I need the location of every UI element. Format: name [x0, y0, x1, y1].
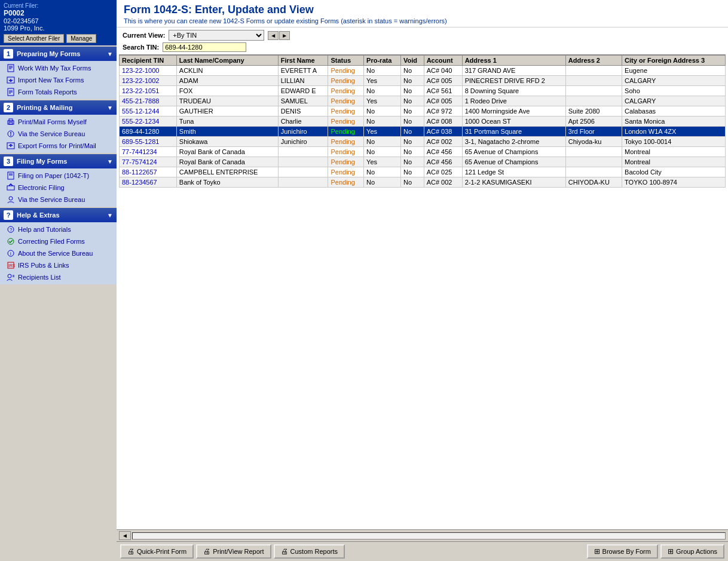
filer-line2: 1099 Pro, Inc.	[4, 24, 113, 32]
sidebar-item-form-totals[interactable]: Form Totals Reports	[0, 86, 117, 98]
print-view-button[interactable]: Print/View Report	[196, 544, 271, 559]
sidebar-item-via-service-bureau[interactable]: Via the Service Bureau	[0, 194, 117, 206]
col-prorata: Pro-rata	[364, 56, 401, 66]
svg-text:?: ?	[10, 227, 13, 232]
search-input[interactable]	[163, 42, 246, 52]
sidebar-item-via-service[interactable]: Via the Service Bureau	[0, 128, 117, 140]
paper-icon	[6, 171, 16, 180]
section-3-items: Filing on Paper (1042-T) Electronic Fili…	[0, 168, 117, 207]
tin-link[interactable]: 123-22-1002	[122, 77, 159, 84]
col-first: First Name	[278, 56, 328, 66]
right-buttons: ⊞ Browse By Form ⊞ Group Actions	[587, 544, 724, 559]
table-row[interactable]: 123-22-1000ACKLINEVERETT APendingNoNoAC#…	[120, 66, 726, 76]
sidebar-label-import: Import New Tax Forms	[18, 76, 84, 84]
quick-print-button[interactable]: Quick-Print Form	[120, 544, 194, 559]
tin-link[interactable]: 689-55-1281	[122, 138, 159, 145]
filer-id: P0002	[4, 9, 25, 17]
custom-reports-label: Custom Reports	[290, 548, 338, 555]
table-row[interactable]: 123-22-1051FOXEDWARD EPendingNoNoAC# 561…	[120, 86, 726, 96]
tin-link[interactable]: 77-7441234	[122, 148, 157, 155]
sidebar-item-efiling[interactable]: Electronic Filing	[0, 182, 117, 194]
tin-link[interactable]: 555-12-1244	[122, 108, 159, 115]
table-row[interactable]: 88-1122657CAMPBELL ENTERPRISEPendingNoNo…	[120, 167, 726, 177]
group-actions-label: Group Actions	[676, 548, 717, 555]
section-1-arrow: ▼	[107, 51, 113, 57]
svg-rect-21	[7, 186, 14, 190]
nav-right[interactable]: ►	[279, 31, 290, 40]
sidebar-label-filing-paper: Filing on Paper (1042-T)	[18, 172, 89, 179]
section-3-header[interactable]: 3 Filing My Forms ▼	[0, 154, 117, 168]
tin-link[interactable]: 555-22-1234	[122, 118, 159, 125]
section-3-number: 3	[4, 157, 13, 166]
group-icon: ⊞	[668, 547, 674, 556]
col-void: Void	[400, 56, 424, 66]
section-4-header[interactable]: ? Help & Extras ▼	[0, 208, 117, 222]
browse-by-form-button[interactable]: ⊞ Browse By Form	[587, 544, 658, 559]
svg-point-30	[8, 274, 11, 278]
svg-point-15	[10, 134, 11, 136]
tin-link[interactable]: 88-1234567	[122, 179, 157, 186]
custom-reports-button[interactable]: Custom Reports	[274, 544, 345, 559]
section-3-title: Filing My Forms	[17, 158, 107, 165]
select-filer-button[interactable]: Select Another Filer	[4, 34, 64, 43]
sidebar-item-filing-paper[interactable]: Filing on Paper (1042-T)	[0, 170, 117, 182]
col-company: Last Name/Company	[176, 56, 278, 66]
page-subtitle: This is where you can create new 1042-S …	[124, 17, 721, 24]
tin-link[interactable]: 689-44-1280	[122, 128, 159, 135]
tin-link[interactable]: 88-1122657	[122, 168, 157, 176]
import-icon	[6, 75, 16, 85]
col-account: Account	[424, 56, 462, 66]
col-tin: Recipient TIN	[120, 56, 177, 66]
svg-text:IRS: IRS	[8, 263, 15, 268]
scroll-track[interactable]	[132, 532, 726, 539]
table-row[interactable]: 689-44-1280SmithJunichiroPendingYesNoAC#…	[120, 127, 726, 137]
sidebar-item-correcting[interactable]: Correcting Filed Forms	[0, 235, 117, 247]
tin-link[interactable]: 123-22-1000	[122, 67, 159, 74]
section-4-items: ? Help and Tutorials Correcting Filed Fo…	[0, 222, 117, 284]
view-select[interactable]: +By TINBy NameBy Status	[169, 30, 264, 41]
group-actions-button[interactable]: ⊞ Group Actions	[660, 544, 724, 559]
col-status: Status	[328, 56, 364, 66]
table-row[interactable]: 555-12-1244GAUTHIERDENISPendingNoNoAC# 9…	[120, 106, 726, 117]
section-1-number: 1	[4, 49, 13, 59]
section-2-header[interactable]: 2 Printing & Mailing ▼	[0, 100, 117, 115]
tin-link[interactable]: 123-22-1051	[122, 87, 159, 94]
table-row[interactable]: 123-22-1002ADAMLILLIANPendingYesNoAC# 00…	[120, 76, 726, 86]
table-row[interactable]: 555-22-1234TunaCharliePendingNoNoAC# 008…	[120, 117, 726, 127]
table-row[interactable]: 77-7574124Royal Bank of CanadaPendingYes…	[120, 157, 726, 167]
sidebar-item-recipients[interactable]: Recipients List	[0, 271, 117, 283]
sidebar-item-irs-pubs[interactable]: IRS IRS Pubs & Links	[0, 259, 117, 271]
sidebar-item-work-tax-forms[interactable]: Work With My Tax Forms	[0, 62, 117, 74]
section-1-title: Preparing My Forms	[17, 50, 107, 57]
section-4-title: Help & Extras	[17, 211, 107, 219]
col-addr1: Address 1	[462, 56, 565, 66]
efiling-icon	[6, 183, 16, 192]
svg-text:i: i	[10, 251, 11, 256]
sidebar-label-work-tax: Work With My Tax Forms	[18, 65, 91, 72]
manage-button[interactable]: Manage	[66, 34, 96, 43]
sidebar-item-help[interactable]: ? Help and Tutorials	[0, 223, 117, 235]
section-1-header[interactable]: 1 Preparing My Forms ▼	[0, 47, 117, 61]
nav-left[interactable]: ◄	[268, 31, 279, 40]
section-2-items: Print/Mail Forms Myself Via the Service …	[0, 115, 117, 153]
svg-rect-0	[8, 65, 14, 72]
horizontal-scrollbar: ◄	[117, 529, 728, 541]
section-2-arrow: ▼	[107, 105, 113, 111]
table-row[interactable]: 88-1234567Bank of ToykoPendingNoNoAC# 00…	[120, 177, 726, 188]
sidebar-item-about-service[interactable]: i About the Service Bureau	[0, 247, 117, 259]
tin-link[interactable]: 455-21-7888	[122, 97, 159, 105]
tin-link[interactable]: 77-7574124	[122, 158, 157, 165]
sidebar-item-print-mail[interactable]: Print/Mail Forms Myself	[0, 116, 117, 128]
browse-by-form-label: Browse By Form	[602, 548, 651, 555]
help-icon: ?	[6, 225, 16, 234]
quick-print-label: Quick-Print Form	[137, 548, 186, 555]
scroll-left-btn[interactable]: ◄	[119, 531, 131, 540]
sidebar-item-import-tax[interactable]: Import New Tax Forms	[0, 74, 117, 86]
filer-box: Current Filer: P0002 02-0234567 1099 Pro…	[0, 0, 117, 45]
col-addr2: Address 2	[565, 56, 622, 66]
table-row[interactable]: 77-7441234Royal Bank of CanadaPendingNoN…	[120, 147, 726, 157]
sidebar-item-export[interactable]: Export Forms for Print/Mail	[0, 140, 117, 152]
table-row[interactable]: 689-55-1281ShiokawaJunichiroPendingNoNoA…	[120, 137, 726, 147]
table-row[interactable]: 455-21-7888TRUDEAUSAMUELPendingYesNoAC# …	[120, 96, 726, 106]
browse-form-icon: ⊞	[594, 547, 600, 556]
